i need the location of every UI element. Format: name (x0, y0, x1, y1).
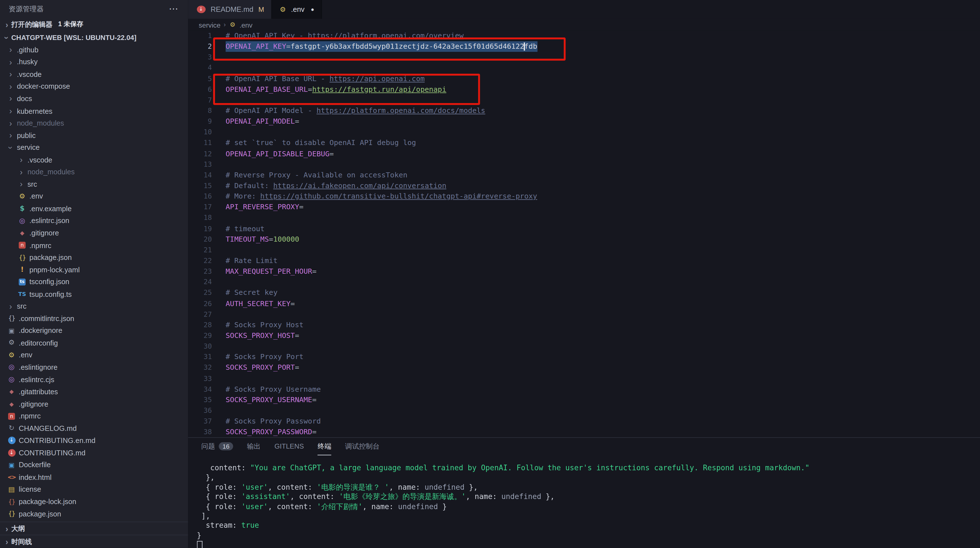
breadcrumb-file[interactable]: .env (240, 21, 253, 29)
terminal-output[interactable]: content: "You are ChatGPT, a large langu… (188, 455, 980, 548)
editor-line-3[interactable]: 3 (188, 52, 980, 63)
editor-line-14[interactable]: 14# Reverse Proxy - Available on accessT… (188, 170, 980, 181)
editor-line-21[interactable]: 21 (188, 245, 980, 256)
folder-item-.vscode[interactable]: ›.vscode (0, 154, 188, 165)
folder-item-.github[interactable]: ›.github (0, 44, 188, 56)
code-token: OPENAI_API_KEY (226, 42, 286, 51)
editor-line-16[interactable]: 16# More: https://github.com/transitive-… (188, 191, 980, 202)
more-actions-icon[interactable]: ⋯ (169, 3, 178, 14)
file-item-.eslintrc.cjs[interactable]: ◎.eslintrc.cjs (0, 373, 188, 386)
file-item-.env.example[interactable]: $.env.example (0, 202, 188, 214)
editor-line-2[interactable]: 2OPENAI_API_KEY=fastgpt-y6b3axfbdd5wyp01… (188, 41, 980, 52)
folder-item-docker-compose[interactable]: ›docker-compose (0, 80, 188, 92)
editor-line-35[interactable]: 35SOCKS_PROXY_USERNAME= (188, 394, 980, 405)
editor-line-13[interactable]: 13 (188, 159, 980, 170)
editor-line-18[interactable]: 18 (188, 213, 980, 223)
editor-line-32[interactable]: 32SOCKS_PROXY_PORT= (188, 362, 980, 373)
editor-line-22[interactable]: 22# Rate Limit (188, 256, 980, 266)
editor-line-27[interactable]: 27 (188, 309, 980, 319)
folder-item-.husky[interactable]: ›.husky (0, 56, 188, 68)
panel-tab-终端[interactable]: 终端 (318, 438, 331, 455)
editor-line-23[interactable]: 23MAX_REQUEST_PER_HOUR= (188, 266, 980, 277)
editor-line-11[interactable]: 11# set `true` to disable OpenAI API deb… (188, 138, 980, 148)
editor-line-6[interactable]: 6OPENAI_API_BASE_URL=https://fastgpt.run… (188, 84, 980, 95)
file-item-Dockerfile[interactable]: ▣Dockerfile (0, 459, 188, 471)
panel-tab-问题[interactable]: 问题16 (201, 438, 233, 455)
file-item-CHANGELOG.md[interactable]: ↻CHANGELOG.md (0, 422, 188, 434)
folder-item-src[interactable]: ›src (0, 178, 188, 190)
file-item-tsup.config.ts[interactable]: TStsup.config.ts (0, 288, 188, 300)
editor-line-4[interactable]: 4 (188, 63, 980, 73)
file-item-.gitignore[interactable]: ◆.gitignore (0, 398, 188, 410)
file-item-package.json[interactable]: {}package.json (0, 508, 188, 520)
file-item-license[interactable]: ▤license (0, 483, 188, 496)
file-item-.gitignore[interactable]: ◆.gitignore (0, 227, 188, 239)
file-item-.dockerignore[interactable]: ▣.dockerignore (0, 324, 188, 337)
editor-line-24[interactable]: 24 (188, 277, 980, 288)
folder-item-node_modules[interactable]: ›node_modules (0, 117, 188, 129)
file-item-.env[interactable]: ⚙.env (0, 349, 188, 361)
panel-tab-调试控制台[interactable]: 调试控制台 (345, 438, 380, 455)
editor-line-30[interactable]: 30 (188, 341, 980, 352)
folder-item-kubernetes[interactable]: ›kubernetes (0, 105, 188, 117)
editor-line-33[interactable]: 33 (188, 373, 980, 384)
code-token: API_REVERSE_PROXY (226, 202, 299, 211)
editor-line-31[interactable]: 31# Socks Proxy Port (188, 352, 980, 362)
file-item-CONTRIBUTING.md[interactable]: ↓CONTRIBUTING.md (0, 446, 188, 459)
panel-tab-GITLENS[interactable]: GITLENS (274, 438, 304, 455)
editor-line-12[interactable]: 12OPENAI_API_DISABLE_DEBUG= (188, 148, 980, 159)
editor-line-19[interactable]: 19# timeout (188, 223, 980, 234)
file-item-.npmrc[interactable]: n.npmrc (0, 410, 188, 422)
file-item-index.html[interactable]: <>index.html (0, 471, 188, 483)
editor-line-29[interactable]: 29SOCKS_PROXY_HOST= (188, 330, 980, 341)
editor-line-36[interactable]: 36 (188, 405, 980, 416)
file-item-tsconfig.json[interactable]: tstsconfig.json (0, 276, 188, 288)
folder-item-src[interactable]: ›src (0, 300, 188, 312)
editor-line-17[interactable]: 17API_REVERSE_PROXY= (188, 202, 980, 213)
editor-line-9[interactable]: 9OPENAI_API_MODEL= (188, 116, 980, 127)
editor-line-34[interactable]: 34# Socks Proxy Username (188, 384, 980, 394)
folder-item-.vscode[interactable]: ›.vscode (0, 68, 188, 80)
editor-line-5[interactable]: 5# OpenAI API Base URL - https://api.ope… (188, 73, 980, 84)
editor-line-38[interactable]: 38SOCKS_PROXY_PASSWORD= (188, 427, 980, 437)
file-item-.gitattributes[interactable]: ◆.gitattributes (0, 386, 188, 398)
editor-line-15[interactable]: 15# Default: https://ai.fakeopen.com/api… (188, 181, 980, 191)
file-item-.eslintignore[interactable]: ◎.eslintignore (0, 361, 188, 373)
editor-line-10[interactable]: 10 (188, 127, 980, 138)
file-item-pnpm-lock.yaml[interactable]: !pnpm-lock.yaml (0, 264, 188, 276)
open-editors-section[interactable]: › 打开的编辑器 1 未保存 (0, 17, 188, 31)
editor-line-1[interactable]: 1# OpenAI API Key - https://platform.ope… (188, 31, 980, 41)
chevron-right-icon: › (3, 537, 11, 546)
file-item-.env[interactable]: ⚙.env (0, 191, 188, 202)
file-item-package.json[interactable]: {}package.json (0, 251, 188, 263)
folder-item-service[interactable]: ›service (0, 141, 188, 154)
editor-line-7[interactable]: 7 (188, 95, 980, 106)
line-number: 32 (188, 362, 212, 373)
folder-item-docs[interactable]: ›docs (0, 93, 188, 105)
file-item-package-lock.json[interactable]: {}package-lock.json (0, 496, 188, 507)
tab-README.md[interactable]: ↓README.mdM (188, 0, 272, 19)
editor-line-25[interactable]: 25# Secret key (188, 288, 980, 298)
unsaved-dot-icon[interactable]: ● (311, 6, 314, 13)
sidebar-section-大纲[interactable]: ›大纲 (0, 521, 188, 535)
editor-line-37[interactable]: 37# Socks Proxy Password (188, 416, 980, 427)
project-section[interactable]: › CHATGPT-WEB [WSL: UBUNTU-22.04] (0, 31, 188, 44)
code-token: = (329, 149, 334, 158)
panel-tab-输出[interactable]: 输出 (247, 438, 261, 455)
breadcrumb-folder[interactable]: service (199, 21, 220, 29)
editor-line-26[interactable]: 26AUTH_SECRET_KEY= (188, 298, 980, 309)
folder-item-public[interactable]: ›public (0, 129, 188, 141)
file-item-.eslintrc.json[interactable]: ◎.eslintrc.json (0, 214, 188, 227)
tab-.env[interactable]: ⚙.env● (272, 0, 322, 19)
folder-item-node_modules[interactable]: ›node_modules (0, 166, 188, 178)
file-item-.npmrc[interactable]: n.npmrc (0, 239, 188, 251)
code-token: = (308, 85, 312, 94)
file-item-.commitlintrc.json[interactable]: {}.commitlintrc.json (0, 312, 188, 324)
editor-line-28[interactable]: 28# Socks Proxy Host (188, 319, 980, 330)
file-item-CONTRIBUTING.en.md[interactable]: ↓CONTRIBUTING.en.md (0, 435, 188, 446)
sidebar-section-时间线[interactable]: ›时间线 (0, 535, 188, 548)
editor-content[interactable]: 1# OpenAI API Key - https://platform.ope… (188, 31, 980, 437)
file-item-.editorconfig[interactable]: ⚙.editorconfig (0, 337, 188, 349)
editor-line-8[interactable]: 8# OpenAI API Model - https://platform.o… (188, 106, 980, 116)
editor-line-20[interactable]: 20TIMEOUT_MS=100000 (188, 234, 980, 245)
